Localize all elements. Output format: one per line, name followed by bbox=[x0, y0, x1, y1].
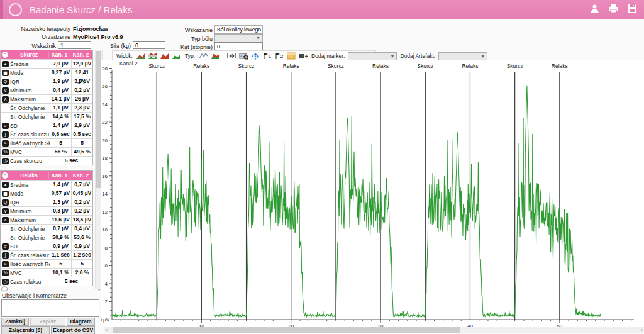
print-icon[interactable] bbox=[608, 3, 619, 14]
sd-icon: σ bbox=[2, 243, 9, 250]
table-row: σSD1,4 µV 2,9 µV bbox=[1, 121, 92, 130]
stat-value-kan2: 0,45 µV bbox=[71, 189, 92, 198]
add-marker-icon[interactable] bbox=[298, 52, 308, 60]
table-row: ∨Minimum0,3 µV 0,2 µV bbox=[1, 206, 92, 215]
stat-value-kan1: 11,6 µV bbox=[50, 216, 71, 224]
view-channel1-chart-icon[interactable] bbox=[160, 52, 170, 60]
table-row: ▆Moda0,57 µV 0,45 µV bbox=[1, 189, 92, 198]
pain-type-select[interactable]: ▼ bbox=[214, 34, 263, 42]
table-title: Skurcz bbox=[9, 52, 48, 58]
type-label: Typ: bbox=[185, 53, 195, 59]
stat-value-kan2: 0,2 µV bbox=[71, 198, 92, 206]
pain-type-label: Typ bólu bbox=[150, 36, 213, 42]
stat-label: Czas skurczu bbox=[10, 158, 50, 164]
notes-panel-icon[interactable] bbox=[286, 52, 296, 60]
scroll-right-icon[interactable]: › bbox=[641, 327, 643, 333]
view-channel2-chart-icon[interactable] bbox=[172, 52, 182, 60]
percent-icon: % bbox=[2, 149, 9, 155]
table-row: ▲Średnia1,4 µV 0,7 µV bbox=[1, 180, 92, 189]
flag-1-icon[interactable]: 1 bbox=[262, 52, 272, 60]
scrollbar-thumb[interactable] bbox=[113, 327, 460, 333]
origin-label: 0 µV bbox=[101, 317, 110, 323]
back-button[interactable]: ← bbox=[9, 3, 22, 16]
add-artifact-label: Dodaj Artefakt: bbox=[400, 53, 435, 59]
phase-marker-label: Skurcz bbox=[328, 63, 344, 69]
stat-value-kan2: 0,9 µV bbox=[71, 242, 92, 250]
horizontal-scrollbar[interactable]: ‹ › bbox=[104, 327, 644, 333]
stat-label: Śr. Odchylenie bbox=[10, 114, 50, 120]
table-row: ≈Ilość ważnych Relaksacji5 5 bbox=[1, 259, 92, 268]
qol-input[interactable] bbox=[58, 41, 91, 49]
diagram-button[interactable]: Diagram bbox=[67, 318, 95, 326]
mean-icon: ▲ bbox=[2, 61, 9, 67]
stat-label: Ilość ważnych Skurczy bbox=[10, 140, 50, 147]
stat-label: Średnia bbox=[10, 182, 50, 188]
phase-marker-label: Relaks bbox=[283, 63, 299, 69]
y-tick-label: 2 bbox=[105, 299, 108, 304]
stat-label: IQR bbox=[10, 199, 50, 206]
collapse-table-button[interactable]: ⌃ bbox=[2, 172, 8, 179]
stat-value-kan2: 2,9 µV bbox=[71, 121, 92, 130]
export-csv-button[interactable]: Eksport do CSV bbox=[51, 326, 95, 334]
emg-chart-area[interactable]: Kanał 2246810121416182022242628102030405… bbox=[101, 60, 644, 327]
add-marker-select[interactable]: ▼ bbox=[348, 52, 397, 60]
table-row: ʃŚr. czas skurczu0,6 sec 0,5 sec bbox=[1, 130, 92, 138]
table-row: ʃŚr. czas relaksu:1,1 sec 1,2 sec bbox=[1, 250, 92, 259]
add-artifact-select[interactable]: ▼ bbox=[438, 52, 487, 60]
stat-label: Minimum bbox=[10, 208, 50, 214]
mode-icon: ▆ bbox=[2, 191, 9, 197]
stat-label: MVC bbox=[10, 149, 50, 155]
type-line-chart-icon[interactable] bbox=[198, 52, 208, 60]
stat-label: Śr. czas skurczu bbox=[10, 131, 50, 138]
stat-value-kan2: 5 bbox=[71, 139, 92, 147]
view-combined-chart-icon[interactable] bbox=[136, 52, 146, 60]
minimum-icon: ∨ bbox=[2, 208, 9, 214]
force-label: Siła (kg) bbox=[94, 43, 131, 49]
clock-icon: ◷ bbox=[2, 158, 9, 164]
zoom-selection-icon[interactable] bbox=[238, 52, 248, 60]
table-title: Relaks bbox=[9, 172, 48, 179]
column-header-kan1: Kan. 1 bbox=[48, 52, 70, 58]
y-tick-label: 20 bbox=[102, 138, 108, 143]
iqr-icon: Q bbox=[2, 199, 9, 206]
attachments-button[interactable]: Załączniki (0) bbox=[1, 326, 50, 334]
chevron-down-icon: ▼ bbox=[256, 27, 260, 31]
close-button[interactable]: Zamknij bbox=[1, 318, 29, 326]
type-area-chart-icon[interactable] bbox=[210, 52, 220, 60]
save-icon[interactable] bbox=[627, 3, 638, 14]
table-row: ▲Średnia7,9 µV 12,9 µV bbox=[1, 59, 92, 68]
y-tick-label: 12 bbox=[102, 209, 108, 215]
iqr-icon: Q bbox=[2, 79, 9, 85]
user-icon[interactable] bbox=[589, 3, 600, 14]
phase-marker-label: Relaks bbox=[552, 63, 568, 69]
y-tick-label: 26 bbox=[102, 84, 108, 89]
chevron-down-icon: ▼ bbox=[480, 54, 485, 58]
mean-icon: ▲ bbox=[2, 182, 9, 188]
stat-value-kan1: 1,4 µV bbox=[50, 121, 71, 130]
pan-move-icon[interactable] bbox=[250, 52, 260, 60]
table-row: Śr. Odchylenie14,4 % 17,5 % bbox=[1, 112, 92, 121]
stat-value-kan1: 0,9 µV bbox=[50, 242, 71, 250]
collapse-table-button[interactable]: ⌃ bbox=[2, 52, 8, 58]
save-button[interactable]: Zapisz bbox=[30, 318, 65, 326]
stat-label: Maksimum bbox=[10, 96, 50, 103]
phase-marker-label: Skurcz bbox=[238, 63, 255, 69]
indication-select[interactable]: Ból okolicy lewego l▼ bbox=[214, 25, 263, 34]
therapist-value: Fizjowrocław bbox=[73, 26, 108, 32]
stat-label: Śr. czas relaksu: bbox=[10, 252, 50, 259]
column-header-kan2: Kan. 2 bbox=[70, 52, 91, 58]
stat-value-kan1: 5 bbox=[50, 260, 71, 268]
fit-width-icon[interactable] bbox=[226, 52, 236, 60]
view-label: Widok: bbox=[116, 53, 133, 59]
scroll-left-icon[interactable]: ‹ bbox=[106, 327, 108, 333]
stat-value-kan1: 0,57 µV bbox=[50, 189, 71, 198]
flag-2-icon[interactable]: 2 bbox=[274, 52, 284, 60]
stat-value-kan1: 1,1 µV bbox=[50, 104, 71, 112]
angle-input[interactable] bbox=[214, 42, 263, 50]
stat-value-kan1: 7,9 µV bbox=[50, 60, 71, 68]
view-split-chart-icon[interactable] bbox=[148, 52, 158, 60]
observations-textarea[interactable] bbox=[1, 299, 99, 317]
stat-value-kan1: 0,4 µV bbox=[50, 86, 71, 94]
stat-label: MVC bbox=[10, 270, 50, 276]
column-header-kan2: Kan. 2 bbox=[70, 172, 91, 179]
